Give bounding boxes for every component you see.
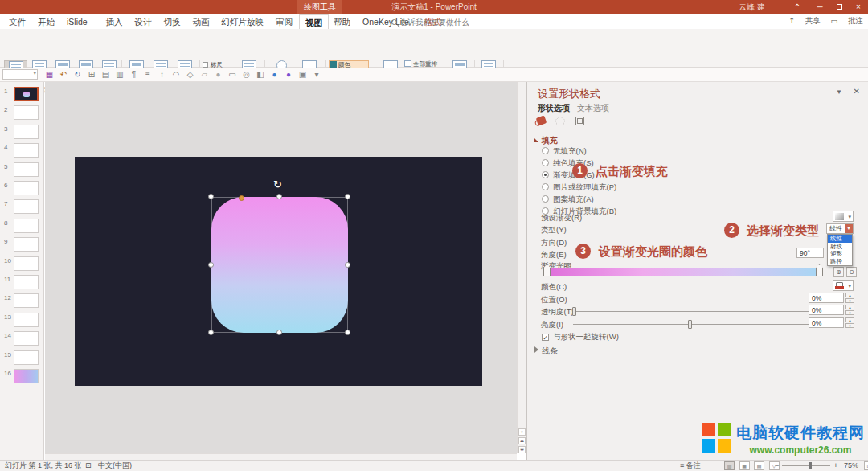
next-slide-button[interactable]: ▾▾ [518,446,526,453]
language-indicator[interactable]: 中文(中国) [98,461,132,471]
slide-thumbnail-row-12[interactable]: 12 [0,292,44,309]
gradient-type-option-4[interactable]: 路径 [828,258,852,266]
panel-options-icon[interactable]: ▼ [836,88,842,96]
notes-toggle-button[interactable]: ≡ 备注 [680,461,701,471]
slide-thumbnail-row-7[interactable]: 7 [0,198,44,215]
ribbon-tab-1[interactable]: 文件 [3,14,31,29]
rotate-with-shape-checkbox[interactable]: ✓与形状一起旋转(W) [542,332,619,342]
ribbon-tab-7[interactable]: 动画 [187,14,215,29]
align-icon[interactable]: ≡ [142,69,154,80]
fill-section-header[interactable]: 填充 [534,135,558,146]
slide-thumbnail[interactable] [14,369,39,383]
slide-thumbnail-row-10[interactable]: 10 [0,255,44,272]
zoom-percentage[interactable]: 75% [844,461,858,469]
resize-handle-w[interactable] [208,262,214,268]
gradient-type-option-1[interactable]: 线性 [828,235,852,243]
gradient-stops-bar[interactable] [546,268,822,276]
resize-handle-n[interactable] [276,194,282,199]
zoom-slider-track[interactable] [782,465,830,466]
layout-icon[interactable]: ▥ [114,69,126,80]
more-icon[interactable]: ▾ [311,69,323,80]
position-input[interactable]: 0% [809,293,844,303]
slide-thumbnail-row-4[interactable]: 4 [0,141,44,159]
media-icon[interactable]: ◇ [184,69,196,80]
fill-option-4[interactable]: 图片或纹理填充(P) [542,182,616,193]
ribbon-tab-4[interactable]: 插入 [100,14,129,29]
dot-blue-icon[interactable]: ● [268,69,280,80]
slide-thumbnail[interactable] [14,275,39,289]
picture-icon[interactable]: ▣ [297,69,309,80]
slide-thumbnail-row-16[interactable]: 16 [0,367,44,385]
gradient-type-option-2[interactable]: 射线 [828,243,852,251]
accessibility-icon[interactable]: ⊡ [85,461,92,471]
slide-thumbnail[interactable] [14,199,39,214]
save-icon[interactable]: ▦ [43,69,55,80]
fill-option-5[interactable]: 图案填充(A) [542,195,594,205]
slide-thumbnail[interactable] [14,219,39,233]
view-normal-button[interactable]: ▥ [724,461,735,470]
ribbon-tab-11[interactable]: 帮助 [328,14,356,29]
resize-handle-e[interactable] [345,262,350,268]
slide-thumbnail[interactable] [14,331,39,346]
horizontal-scrollbar[interactable] [45,453,517,460]
gradient-type-option-3[interactable]: 矩形 [828,250,852,258]
slide-thumbnail[interactable] [14,256,39,271]
slide-thumbnail[interactable] [14,313,39,327]
fill-option-1[interactable]: 无填充(N) [542,146,587,157]
ribbon-tab-6[interactable]: 切换 [158,14,186,29]
slide-thumbnail[interactable] [14,350,39,365]
redo-icon[interactable]: ↻ [72,69,84,80]
shape-icon[interactable]: ▱ [199,69,211,80]
ribbon-tab-5[interactable]: 设计 [129,14,158,29]
slide-thumbnail-row-5[interactable]: 5 [0,161,44,178]
comments-button[interactable]: ▭ 批注 [830,16,863,25]
brightness-slider-handle[interactable] [688,320,692,329]
table-icon[interactable]: ⊞ [86,69,98,80]
position-spinner[interactable]: ▲▼ [845,293,854,303]
ribbon-tab-10[interactable]: 视图 [299,14,329,29]
arrange-icon[interactable]: ↑ [156,69,168,80]
transparency-spinner[interactable]: ▲▼ [845,305,854,315]
resize-handle-sw[interactable] [208,330,214,335]
slide-thumbnail-row-2[interactable]: 2 [0,104,44,121]
ribbon-tab-3[interactable]: iSlide [61,14,93,29]
slide-thumbnail-row-13[interactable]: 13 [0,311,44,329]
ribbon-tab-8[interactable]: 幻灯片放映 [216,14,270,29]
slide-thumbnail-row-8[interactable]: 8 [0,217,44,235]
ribbon-tab-9[interactable]: 审阅 [270,14,298,29]
vertical-scrollbar[interactable] [517,82,526,453]
ribbon-display-options-icon[interactable]: ⌃ [788,0,807,14]
view-reading-button[interactable]: ▤ [754,461,764,470]
angle-input[interactable]: 90° [796,248,824,258]
tab-text-options[interactable]: 文本选项 [577,103,609,114]
share-button[interactable]: ↥ 共享 [788,16,821,25]
remove-gradient-stop-button[interactable]: ⊖ [846,267,857,277]
resize-handle-se[interactable] [345,330,350,335]
stop-color-dropdown[interactable]: ▾ [833,280,854,291]
panel-close-icon[interactable]: ✕ [854,87,860,96]
slide-thumbnail[interactable] [14,181,39,195]
fit-slide-button[interactable]: ⊡ [864,461,868,470]
slide-thumbnail-row-14[interactable]: 14 [0,330,44,347]
text-icon[interactable]: ¶ [128,69,140,80]
size-properties-icon[interactable] [572,114,587,129]
resize-handle-s[interactable] [276,330,282,335]
undo-icon[interactable]: ↶ [58,69,70,80]
add-gradient-stop-button[interactable]: ⊕ [833,267,844,277]
transparency-slider-track[interactable] [573,311,809,312]
tab-shape-options[interactable]: 形状选项 [538,103,570,114]
slide-thumbnail-row-9[interactable]: 9 [0,236,44,253]
shapes-icon[interactable]: ◧ [255,69,267,80]
circle-icon[interactable]: ● [212,69,224,80]
brightness-spinner[interactable]: ▲▼ [845,317,854,328]
slide-thumbnail-row-11[interactable]: 11 [0,273,44,291]
ribbon-tab-2[interactable]: 开始 [32,14,60,29]
resize-handle-nw[interactable] [208,194,214,199]
close-button[interactable]: × [849,0,868,14]
previous-slide-button[interactable]: ▴▴ [518,437,526,444]
minimize-button[interactable]: ─ [810,0,829,14]
corner-adjust-handle[interactable] [239,195,244,201]
zoom-in-button[interactable]: + [833,461,837,469]
ring-icon[interactable]: ◎ [240,69,252,80]
view-sorter-button[interactable]: ▦ [739,461,750,470]
